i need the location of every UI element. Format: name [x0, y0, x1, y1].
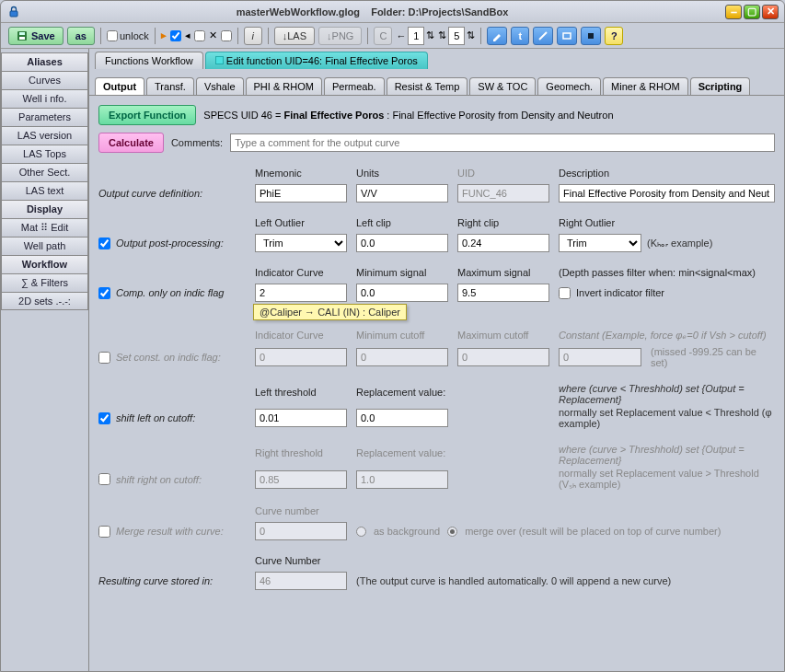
c-button[interactable]: C — [374, 27, 392, 45]
export-las-button[interactable]: ↓LAS — [274, 27, 315, 45]
shiftright-label: shift right on cutoff: — [116, 474, 202, 485]
subtab-resisttemp[interactable]: Resist & Temp — [387, 77, 468, 95]
spinner-2[interactable]: ⇅⇅ — [438, 27, 475, 45]
merge-opt2: merge over (result will be placed on top… — [465, 526, 721, 537]
hdr-shright-rv: Replacement value: — [356, 447, 448, 460]
opt-check-1[interactable] — [170, 30, 181, 41]
hdr-desc: Description — [559, 168, 775, 180]
subtab-vshale[interactable]: Vshale — [196, 77, 244, 95]
hdr-minsignal: Minimum signal — [356, 267, 448, 280]
sidebar-item-workflow[interactable]: Workflow — [1, 255, 88, 273]
sidebar-item-display[interactable]: Display — [1, 200, 88, 218]
info-button[interactable]: i — [244, 27, 262, 45]
sidebar-item-parameters[interactable]: Parameters — [1, 108, 88, 126]
sidebar: Aliases Curves Well i nfo. Parameters LA… — [1, 49, 89, 671]
merge-cn-input — [255, 522, 347, 540]
opt-check-3[interactable] — [221, 30, 232, 41]
save-icon — [17, 30, 28, 41]
tab-edit-function[interactable]: Edit function UID=46: Final Effective Po… — [205, 52, 428, 69]
opt-check-2[interactable] — [194, 30, 205, 41]
indicator-tooltip: @Caliper → CALI (IN) : Caliper — [253, 304, 407, 320]
subtab-output[interactable]: Output — [95, 77, 144, 95]
sidebar-item-lasversion[interactable]: LAS version — [1, 126, 88, 145]
sidebar-item-othersect[interactable]: Other Sect. — [1, 163, 88, 181]
sidebar-item-matedit[interactable]: Mat ⠿ Edit — [1, 218, 88, 237]
subtab-transf[interactable]: Transf. — [146, 77, 194, 95]
shleft-note-hdr: where (curve < Threshhold) set {Output =… — [559, 383, 775, 405]
tool-line-button[interactable] — [533, 27, 553, 45]
description-input[interactable] — [559, 184, 775, 203]
shiftleft-checkbox[interactable] — [98, 412, 110, 424]
subtab-phirhom[interactable]: PHI & RHOM — [246, 77, 322, 95]
sidebar-item-lastops[interactable]: LAS Tops — [1, 145, 88, 163]
setconst-ic-input — [255, 348, 347, 366]
invert-indicator-checkbox[interactable] — [559, 287, 571, 299]
tool-rect-button[interactable] — [557, 27, 577, 45]
save-as-button[interactable]: as — [67, 27, 95, 45]
comments-input[interactable] — [230, 133, 775, 152]
maxsignal-input[interactable] — [457, 284, 549, 302]
rightclip-input[interactable] — [457, 234, 549, 252]
hdr-mnemonic: Mnemonic — [255, 168, 347, 180]
shleft-rv-input[interactable] — [356, 409, 448, 427]
sidebar-item-lastext[interactable]: LAS text — [1, 181, 88, 200]
sidebar-item-2dsets[interactable]: 2D sets .-.-: — [1, 292, 88, 310]
indiccurve-input[interactable] — [255, 284, 347, 302]
shright-note: normally set Replacement value > Thresho… — [559, 468, 775, 491]
export-png-button[interactable]: ↓PNG — [318, 27, 362, 45]
fill-rect-icon — [585, 30, 596, 41]
svg-rect-6 — [588, 33, 594, 39]
minimize-button[interactable]: ‒ — [725, 5, 742, 19]
sidebar-item-aliases[interactable]: Aliases — [1, 52, 88, 71]
shright-rv-input — [356, 470, 448, 489]
rightoutlier-select[interactable]: Trim — [559, 234, 641, 252]
calculate-button[interactable]: Calculate — [98, 133, 164, 153]
postproc-label: Output post-processing: — [116, 238, 224, 249]
leftclip-input[interactable] — [356, 234, 448, 252]
tool-text-button[interactable]: t — [511, 27, 529, 45]
merge-checkbox[interactable] — [98, 526, 110, 538]
minsignal-input[interactable] — [356, 284, 448, 302]
help-button[interactable]: ? — [605, 27, 623, 45]
tool-pencil-button[interactable] — [487, 27, 507, 45]
subtab-scripting[interactable]: Scripting — [690, 77, 751, 95]
subtab-swtoc[interactable]: SW & TOC — [469, 77, 536, 95]
unlock-checkbox[interactable]: unlock — [107, 30, 149, 41]
sidebar-item-wellinfo[interactable]: Well i nfo. — [1, 89, 88, 108]
hdr-rightthreshold: Right threshold — [255, 447, 347, 460]
indic-checkbox[interactable] — [98, 287, 110, 299]
main-toolbar: Save as unlock ▸ ◂ ✕ i ↓LAS ↓PNG C ←⇅ ⇅⇅… — [1, 23, 784, 49]
shleft-note: normally set Replacement value < Thresho… — [559, 407, 775, 429]
save-button[interactable]: Save — [8, 27, 63, 45]
uid-input — [457, 184, 549, 203]
export-function-button[interactable]: Export Function — [98, 105, 196, 125]
hdr-units: Units — [356, 168, 448, 180]
setconst-const-input — [559, 348, 641, 366]
subtab-geomech[interactable]: Geomech. — [537, 77, 601, 95]
close-button[interactable]: ✕ — [762, 5, 779, 19]
sidebar-item-sumfilters[interactable]: ∑ & Filters — [1, 273, 88, 292]
pencil-icon — [491, 30, 502, 41]
postproc-checkbox[interactable] — [98, 238, 110, 249]
subtab-minerrhom[interactable]: Miner & RHOM — [603, 77, 688, 95]
merge-radio-over — [447, 527, 457, 537]
maximize-button[interactable]: ▢ — [744, 5, 760, 19]
shiftright-checkbox[interactable] — [98, 473, 110, 485]
units-input[interactable] — [356, 184, 448, 203]
mnemonic-input[interactable] — [255, 184, 347, 203]
result-cn-input — [255, 572, 347, 590]
spinner-1[interactable]: ←⇅ — [396, 27, 434, 45]
leftthreshold-input[interactable] — [255, 409, 347, 427]
leftoutlier-select[interactable]: Trim — [255, 234, 347, 252]
lock-icon[interactable] — [6, 5, 21, 19]
sidebar-item-wellpath[interactable]: Well path — [1, 237, 88, 255]
setconst-checkbox[interactable] — [98, 352, 110, 364]
tab-functions-workflow[interactable]: Functions Workflow — [95, 52, 203, 69]
subtab-permeab[interactable]: Permeab. — [324, 77, 385, 95]
hdr-maxsignal: Maximum signal — [457, 267, 549, 280]
shiftleft-label: shift left on cutoff: — [116, 412, 195, 423]
sidebar-item-curves[interactable]: Curves — [1, 71, 88, 89]
tool-fillrect-button[interactable] — [581, 27, 601, 45]
indic-label: Comp. only on indic flag — [116, 287, 224, 298]
hdr-setconst-const: Constant (Example, force φₑ=0 if Vsh > c… — [559, 330, 775, 342]
